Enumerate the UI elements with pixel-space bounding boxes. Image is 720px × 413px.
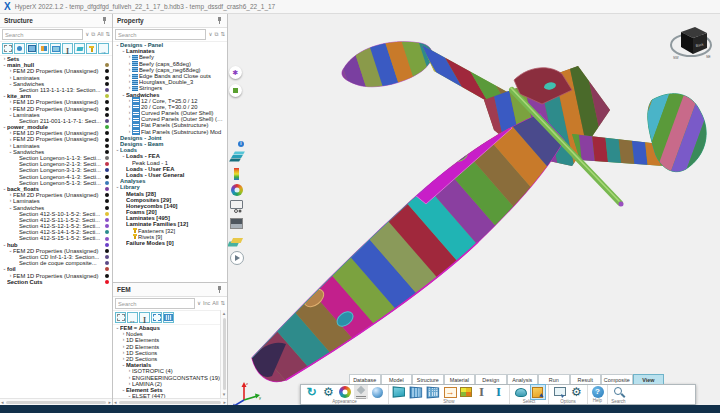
arrow-filter-button[interactable]: [98, 43, 109, 54]
colorbar-icon[interactable]: [230, 167, 244, 181]
fem-search-input[interactable]: [115, 298, 195, 309]
view-cube[interactable]: Back SW SE: [671, 27, 711, 60]
property-search-input[interactable]: [115, 29, 206, 40]
plate-filter-button[interactable]: [50, 43, 61, 54]
ibeam-gray-icon[interactable]: [475, 385, 489, 399]
pin-icon[interactable]: [216, 286, 223, 293]
chevron-down-icon[interactable]: ∨: [85, 30, 89, 39]
color-swatch: [105, 168, 109, 172]
marquee-filter-button[interactable]: [115, 312, 126, 323]
layers-icon[interactable]: [230, 150, 244, 164]
node-filter-button[interactable]: [14, 43, 25, 54]
pin-icon[interactable]: [216, 17, 223, 24]
bolt-icon: [132, 234, 137, 239]
sort-icon[interactable]: ⇅: [220, 299, 225, 308]
select-box-icon[interactable]: [531, 385, 545, 399]
ibeam-filter-button[interactable]: [139, 312, 150, 323]
search-icon[interactable]: [612, 385, 626, 399]
scroll-left-icon[interactable]: ◂: [114, 400, 117, 405]
sphere-icon[interactable]: [371, 385, 385, 399]
scroll-right-icon[interactable]: ▸: [108, 400, 111, 405]
chevron-down-icon[interactable]: ∨: [208, 30, 212, 39]
scroll-right-icon[interactable]: ▸: [223, 400, 226, 405]
green-square-button[interactable]: [229, 84, 242, 97]
clipboard-icon[interactable]: ⧉: [91, 30, 95, 39]
purple-asterisk-button[interactable]: [229, 66, 242, 79]
selbox-filter-button[interactable]: [151, 312, 162, 323]
structure-search-input[interactable]: [2, 29, 83, 40]
inc-filter-button[interactable]: Inc: [203, 299, 210, 308]
ibeam-teal-icon[interactable]: [492, 385, 506, 399]
color-swatch: [105, 125, 109, 129]
play-icon[interactable]: [230, 251, 244, 265]
horizontal-scrollbar[interactable]: ◂ ▸: [113, 398, 227, 405]
fem-filter-toolbar: [113, 311, 227, 325]
settings-gear-icon[interactable]: [570, 385, 584, 399]
color-swatch: [105, 144, 109, 148]
tab-design[interactable]: Design: [475, 374, 507, 384]
tab-composite[interactable]: Composite: [601, 374, 633, 384]
ibeam-filter-button[interactable]: [62, 43, 73, 54]
scroll-down-icon[interactable]: ▾: [223, 392, 226, 397]
tab-run[interactable]: Run: [538, 374, 570, 384]
tab-view[interactable]: View: [633, 374, 665, 384]
light-icon[interactable]: [354, 385, 368, 399]
all-filter-button[interactable]: All: [97, 30, 103, 39]
sort-icon[interactable]: ⇅: [105, 30, 110, 39]
sort-icon[interactable]: ⇅: [220, 30, 225, 39]
fem-panel-title: FEM: [117, 286, 131, 293]
scroll-up-icon[interactable]: ▴: [223, 311, 226, 316]
clipboard-icon[interactable]: ⧉: [214, 30, 218, 39]
grid-panel-icon[interactable]: [427, 385, 441, 399]
color-wheel-icon[interactable]: [231, 184, 243, 196]
color-swatch: [105, 199, 109, 203]
sheets-icon[interactable]: [230, 234, 244, 248]
presentation-icon[interactable]: [230, 199, 244, 213]
tree-item[interactable]: Section Cuts: [0, 279, 112, 285]
mesh-panel-icon[interactable]: [410, 385, 424, 399]
lam-icon: [132, 86, 138, 91]
tab-structure[interactable]: Structure: [412, 374, 444, 384]
color-swatch: [105, 187, 109, 191]
color-swatch: [105, 119, 109, 123]
tab-model[interactable]: Model: [381, 374, 413, 384]
select-part-icon[interactable]: [514, 385, 528, 399]
mosaic-icon[interactable]: [460, 387, 472, 397]
bolt-filter-button[interactable]: [86, 43, 97, 54]
marquee-filter-button[interactable]: [2, 43, 13, 54]
tab-material[interactable]: Material: [444, 374, 476, 384]
all-filter-button[interactable]: All: [212, 299, 218, 308]
scroll-left-icon[interactable]: ◂: [1, 400, 4, 405]
mesh-filter-button[interactable]: [26, 43, 37, 54]
horizontal-scrollbar[interactable]: ◂ ▸: [0, 398, 112, 405]
harrow-filter-button[interactable]: [127, 312, 138, 323]
flag-filter-button[interactable]: [38, 43, 49, 54]
3d-model[interactable]: Back SW SE y z: [228, 14, 720, 405]
color-wheel-icon2[interactable]: [339, 386, 351, 398]
viewport[interactable]: Back SW SE y z i DatabaseModelSt: [228, 14, 720, 405]
image-icon[interactable]: [230, 216, 244, 230]
structure-panel: Structure ∨ ⧉ All ⇅ ›Sets⌄main_hull›FEM …: [0, 14, 113, 405]
chevron-down-icon[interactable]: ∨: [197, 299, 201, 308]
gear-icon[interactable]: [322, 385, 336, 399]
tree-item-label: Section Cuts: [7, 279, 103, 285]
pin-icon[interactable]: [101, 17, 108, 24]
panel-filter-button[interactable]: [74, 43, 85, 54]
tab-result[interactable]: Result: [570, 374, 602, 384]
display-options-icon[interactable]: [553, 385, 567, 399]
help-icon[interactable]: [592, 386, 604, 398]
scrollbar-thumb[interactable]: [223, 318, 226, 390]
table-filter-button[interactable]: [163, 312, 174, 323]
fem-panel: FEM ∨ Inc All ⇅ ⌄FEM = Abaqus›Nodes›1D E…: [113, 283, 228, 405]
tab-database[interactable]: Database: [349, 374, 381, 384]
application-window: X HyperX 2022.1.2 - temp_dfgdfgd_fullveh…: [0, 0, 720, 413]
scrollbar-thumb[interactable]: [6, 401, 107, 404]
refresh-icon[interactable]: [305, 385, 319, 399]
scrollbar-thumb[interactable]: [119, 401, 222, 404]
panel-icon[interactable]: [393, 385, 407, 399]
title-bar[interactable]: X HyperX 2022.1.2 - temp_dfgdfgd_fullveh…: [0, 0, 720, 14]
tree-item[interactable]: Failure Modes [0]: [113, 240, 227, 246]
arrow-panel-icon[interactable]: [444, 387, 457, 398]
vertical-scrollbar[interactable]: ▴ ▾: [220, 310, 227, 398]
tab-analysis[interactable]: Analysis: [507, 374, 539, 384]
